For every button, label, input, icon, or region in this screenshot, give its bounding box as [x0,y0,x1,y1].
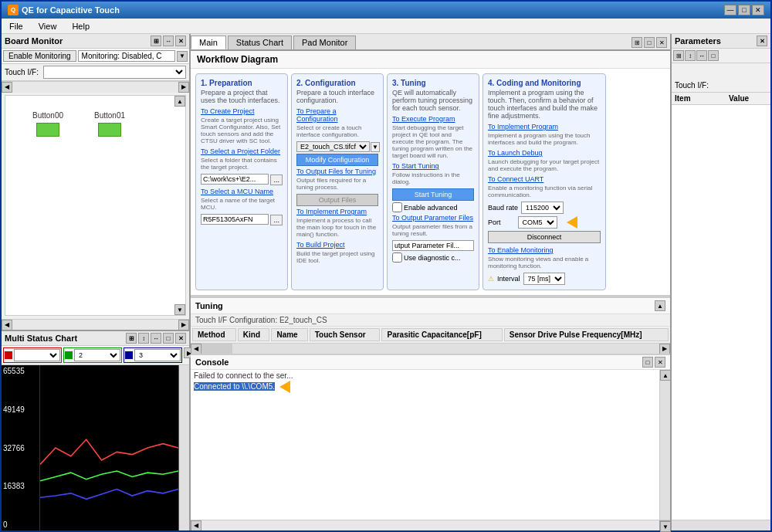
arrow-head-port [565,216,577,229]
step4-link2-desc: Launch debugging for your target project… [488,158,601,172]
step3-diag-check[interactable] [392,252,402,263]
step2-link3[interactable]: To Implement Program [296,208,378,215]
multi-select-1[interactable] [14,349,60,361]
step4-link1[interactable]: To Implement Program [488,123,601,130]
console-scrollbar[interactable]: ▲ ▼ [659,370,670,520]
step2-link1[interactable]: To Prepare a Configuration [296,107,378,123]
step2-output-btn[interactable]: Output Files [296,194,378,206]
console-icon-2[interactable]: ✕ [655,357,665,368]
touch-if-label: Touch I/F: [5,68,43,76]
close-button[interactable]: ✕ [752,5,764,15]
tab-pad-monitor[interactable]: Pad Monitor [293,36,356,49]
step2-link2[interactable]: To Output Files for Tuning [296,168,378,175]
chart-area: 65535 49149 32766 16383 0 [2,365,189,530]
step4-link2[interactable]: To Launch Debug [488,149,601,157]
step1-desc: Prepare a project that uses the touch in… [201,89,283,104]
scroll-left-btn2[interactable]: ◀ [2,320,12,330]
workflow-step-3: 3. Tuning QE will automatically perform … [387,73,479,290]
step3-param-input[interactable] [392,240,474,251]
multi-icon-1[interactable]: ⊞ [126,333,137,344]
scroll-track-h[interactable] [12,82,178,93]
step4-disconnect-btn[interactable]: Disconnect [488,231,601,243]
step2-config-select[interactable]: E2_touch_CS.tifcf [296,141,370,152]
board-icon-3[interactable]: ✕ [175,36,186,46]
tuning-scroll-right[interactable]: ▶ [659,344,670,354]
param-icon-1[interactable]: ✕ [757,36,767,46]
multi-status-icons: ⊞ ↕ ↔ □ ✕ [126,333,186,344]
scroll-right-btn2[interactable]: ▶ [178,320,189,330]
touch-if-select[interactable] [43,66,186,79]
step3-link2[interactable]: To Start Tuning [392,162,474,170]
chart-color-1 [5,351,12,359]
tuning-scroll-left[interactable]: ◀ [191,344,201,354]
button00-item: Button00 [32,111,63,137]
param-toolbar-icon-2[interactable]: ↕ [685,50,696,61]
console-scroll-track[interactable] [201,520,659,531]
app-icon: Q [8,5,19,15]
step2-num: 2. Configuration [296,79,378,87]
param-toolbar-icon-1[interactable]: ⊞ [673,50,684,61]
tab-main[interactable]: Main [191,36,226,49]
tuning-scroll-track[interactable] [201,344,232,354]
maximize-button[interactable]: □ [738,5,750,15]
param-toolbar-icon-3[interactable]: ↔ [696,50,707,61]
console-icon-1[interactable]: □ [642,357,653,368]
step4-link4[interactable]: To Enable Monitoring [488,246,601,254]
multi-icon-2[interactable]: ↕ [138,333,149,344]
console-scroll-up[interactable]: ▲ [660,370,670,381]
step2-link4[interactable]: To Build Project [296,241,378,249]
tuning-title: Tuning [195,301,223,310]
tuning-scroll[interactable]: Method Kind Name Touch Sensor Parasitic … [191,327,670,343]
board-icon-2[interactable]: ↔ [163,36,174,46]
workflow-diagram: 1. Preparation Prepare a project that us… [191,69,670,296]
step1-folder-input[interactable] [201,174,269,185]
scroll-track-h2[interactable] [12,320,178,330]
board-icon-1[interactable]: ⊞ [151,36,161,46]
step1-link2[interactable]: To Select a Project Folder [201,147,283,155]
enable-monitoring-button[interactable]: Enable Monitoring [3,50,76,62]
step1-mcu-btn[interactable]: ... [270,215,283,225]
tuning-icon-scroll-up[interactable]: ▲ [655,300,665,311]
interval-select[interactable]: 75 [ms] [523,273,565,285]
title-bar: Q QE for Capacitive Touch — □ ✕ [2,2,770,19]
param-toolbar-icon-4[interactable]: □ [708,50,719,61]
step3-link3[interactable]: To Output Parameter Files [392,214,474,222]
step2-modify-btn[interactable]: Modify Configuration [296,154,378,166]
baud-select[interactable]: 115200 [521,202,564,214]
param-content [672,105,770,520]
scroll-left-btn[interactable]: ◀ [2,82,12,93]
step3-start-btn[interactable]: Start Tuning [392,188,474,201]
step3-desc: QE will automatically perform tuning pro… [392,89,474,112]
minimize-button[interactable]: — [724,5,736,15]
monitoring-status: Monitoring: Disabled, C [78,50,175,62]
menu-view[interactable]: View [34,21,62,32]
step4-link3[interactable]: To Connect UART [488,175,601,183]
step1-mcu-input[interactable] [201,214,269,225]
console-scroll-left[interactable]: ◀ [191,520,201,531]
baud-label: Baud rate [488,204,518,212]
step3-link1[interactable]: To Execute Program [392,115,474,123]
dropdown-arrow[interactable]: ▼ [177,51,188,62]
scroll-right-btn[interactable]: ▶ [178,82,189,93]
step1-folder-btn[interactable]: ... [270,175,283,185]
tab-status-chart[interactable]: Status Chart [228,36,292,49]
step3-advanced-check[interactable] [392,202,402,212]
step1-link1[interactable]: To Create Project [201,107,283,115]
menu-file[interactable]: File [5,21,28,32]
menu-help[interactable]: Help [67,21,94,32]
canvas-scroll-up[interactable]: ▲ [174,96,185,107]
multi-select-3[interactable]: 3 [134,349,181,361]
step1-link3[interactable]: To Select a MCU Name [201,188,283,195]
multi-icon-4[interactable]: □ [163,333,174,344]
multi-icon-3[interactable]: ↔ [151,333,161,344]
canvas-scroll-down[interactable]: ▼ [174,304,185,315]
tab-icon-2[interactable]: □ [644,37,655,48]
multi-select-2[interactable]: 2 [74,349,120,361]
multi-icon-5[interactable]: ✕ [175,333,186,344]
tab-icon-1[interactable]: ⊞ [631,37,642,48]
chart-scrollbar[interactable] [178,365,189,530]
port-select[interactable]: COM5 [518,216,557,229]
step2-config-arrow[interactable]: ▼ [371,142,380,152]
param-scroll-h[interactable] [672,520,770,530]
tab-icon-3[interactable]: ✕ [656,37,667,48]
